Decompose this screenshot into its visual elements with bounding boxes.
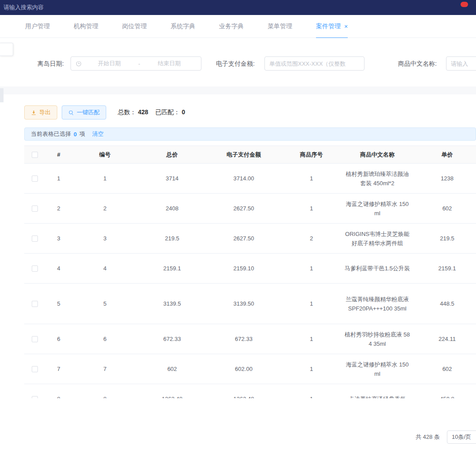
cell-serial: 1 [281, 384, 342, 399]
date-range-picker[interactable]: 开始日期 - 结束日期 [71, 56, 201, 71]
row-checkbox[interactable] [32, 206, 38, 212]
cell-index: 8 [45, 384, 72, 399]
table-row: 7 7 602 602.00 1 海蓝之谜修护精萃水 150ml 602 [24, 354, 476, 384]
tab-post-management[interactable]: 岗位管理 [122, 15, 147, 38]
cell-epay: 2627.50 [206, 224, 281, 254]
cell-epay: 3714.00 [206, 164, 281, 194]
cell-unit-price: 1238 [413, 164, 476, 194]
matched-label: 已匹配： [155, 108, 180, 116]
row-checkbox[interactable] [32, 301, 38, 307]
clear-selection-link[interactable]: 清空 [92, 130, 104, 138]
product-name-input[interactable] [446, 56, 476, 71]
table-row: 5 5 3139.5 3139.50 1 兰蔻菁纯臻颜精华粉底液SPF20PA+… [24, 284, 476, 324]
cell-epay: 3139.50 [206, 284, 281, 324]
sidebar-strip [0, 88, 4, 102]
topbar-search-input[interactable]: 请输入搜索内容 [4, 4, 44, 11]
col-code: 编号 [72, 146, 138, 164]
tab-close-icon[interactable]: × [344, 23, 348, 30]
cell-unit-price: 448.5 [413, 284, 476, 324]
cell-serial: 1 [281, 254, 342, 284]
tab-label: 机构管理 [74, 22, 98, 30]
cell-name: 植村秀羽纱持妆粉底液 584 35ml [342, 324, 413, 354]
row-checkbox[interactable] [32, 336, 38, 342]
table-row: 4 4 2159.1 2159.10 1 马爹利蓝带干邑1.5公升装 2159.… [24, 254, 476, 284]
cell-serial: 1 [281, 284, 342, 324]
cell-code: 5 [72, 284, 138, 324]
panel-gap [0, 86, 476, 94]
cell-unit-price: 450.8 [413, 384, 476, 399]
tab-business-dict[interactable]: 业务字典 [219, 15, 244, 38]
selection-suffix: 项 [79, 130, 85, 138]
notification-badge [461, 2, 468, 7]
page-size-select[interactable]: 10条/页 [447, 430, 476, 444]
row-checkbox[interactable] [32, 266, 38, 272]
product-name-filter-label: 商品中文名称: [398, 56, 437, 71]
search-icon [68, 110, 74, 116]
data-table: # 编号 总价 电子支付金额 商品序号 商品中文名称 单价 1 1 3714 [24, 146, 476, 398]
filter-panel: 离岛日期: 开始日期 - 结束日期 电子支付金额: 商品中文名称: [0, 38, 476, 86]
cell-index: 4 [45, 254, 72, 284]
pagination: 共 428 条 10条/页 [416, 430, 476, 444]
cell-total: 3139.5 [138, 284, 206, 324]
tab-label: 用户管理 [25, 22, 50, 30]
row-checkbox[interactable] [32, 176, 38, 182]
table-row: 6 6 672.33 672.33 1 植村秀羽纱持妆粉底液 584 35ml … [24, 324, 476, 354]
cell-unit-price: 219.5 [413, 224, 476, 254]
amount-filter-label: 电子支付金额: [216, 56, 255, 71]
cell-epay: 602.00 [206, 354, 281, 384]
cell-code: 3 [72, 224, 138, 254]
cell-epay: 2627.50 [206, 194, 281, 224]
cell-unit-price: 224.11 [413, 324, 476, 354]
cell-index: 5 [45, 284, 72, 324]
tab-bar: 用户管理 机构管理 岗位管理 系统字典 业务字典 菜单管理 案件管理 × [0, 15, 476, 38]
tab-label: 系统字典 [171, 22, 195, 30]
col-epay: 电子支付金额 [206, 146, 281, 164]
row-checkbox[interactable] [32, 396, 38, 398]
start-date-input[interactable]: 开始日期 [82, 60, 137, 67]
stats-summary: 总数： 428 已匹配： 0 [118, 105, 192, 120]
table-panel: 导出 一键匹配 总数： 428 已匹配： 0 当前表格已选择 0 项 清空 [0, 94, 476, 475]
selection-alert: 当前表格已选择 0 项 清空 [24, 127, 476, 141]
cell-total: 672.33 [138, 324, 206, 354]
tab-org-management[interactable]: 机构管理 [74, 15, 98, 38]
tab-menu-management[interactable]: 菜单管理 [268, 15, 292, 38]
date-filter-label: 离岛日期: [37, 56, 64, 71]
one-click-match-button[interactable]: 一键匹配 [62, 105, 106, 120]
col-total: 总价 [138, 146, 206, 164]
col-unit-price: 单价 [413, 146, 476, 164]
tab-label: 业务字典 [219, 22, 244, 30]
cell-name: 马爹利蓝带干邑1.5公升装 [342, 254, 413, 284]
cell-index: 3 [45, 224, 72, 254]
cell-code: 8 [72, 384, 138, 399]
cell-total: 2159.1 [138, 254, 206, 284]
page-size-value: 10条/页 [452, 433, 471, 441]
tab-system-dict[interactable]: 系统字典 [171, 15, 195, 38]
cell-name: 海蓝之谜修护精萃水 150ml [342, 354, 413, 384]
select-all-checkbox[interactable] [32, 152, 38, 158]
cell-serial: 1 [281, 354, 342, 384]
sidebar-collapse-handle[interactable] [0, 43, 13, 56]
col-serial: 商品序号 [281, 146, 342, 164]
row-checkbox[interactable] [32, 236, 38, 242]
selection-count: 0 [74, 131, 77, 138]
tab-label: 案件管理 [316, 22, 341, 30]
cell-unit-price: 602 [413, 194, 476, 224]
cell-total: 2408 [138, 194, 206, 224]
cell-total: 219.5 [138, 224, 206, 254]
amount-input[interactable] [264, 56, 364, 71]
match-button-label: 一键匹配 [77, 108, 100, 116]
clock-icon [75, 60, 82, 67]
export-button[interactable]: 导出 [24, 105, 57, 120]
cell-code: 1 [72, 164, 138, 194]
date-range-separator: - [137, 60, 142, 67]
pagination-total: 共 428 条 [416, 433, 440, 441]
cell-serial: 1 [281, 324, 342, 354]
selection-prefix: 当前表格已选择 [31, 130, 71, 138]
end-date-input[interactable]: 结束日期 [142, 60, 197, 67]
tab-user-management[interactable]: 用户管理 [25, 15, 50, 38]
cell-unit-price: 602 [413, 354, 476, 384]
tab-case-management[interactable]: 案件管理 × [316, 15, 348, 38]
row-checkbox[interactable] [32, 366, 38, 372]
cell-name: 植村秀新琥珀臻萃洁颜油套装 450ml*2 [342, 164, 413, 194]
tab-label: 岗位管理 [122, 22, 147, 30]
